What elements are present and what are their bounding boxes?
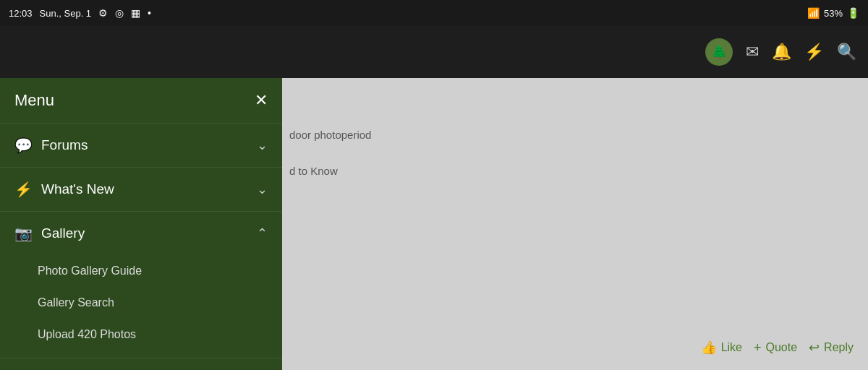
content-area: door photoperiod d to Know 👍 Like + Quot…	[282, 78, 868, 370]
content-text-2: d to Know	[289, 165, 338, 177]
quote-button[interactable]: + Quote	[754, 340, 797, 356]
reply-button[interactable]: ↩ Reply	[809, 340, 854, 356]
avatar[interactable]: 🌲	[705, 38, 733, 66]
battery-level: 53%	[824, 8, 843, 19]
whats-new-label: What's New	[41, 181, 114, 197]
date: Sun., Sep. 1	[40, 8, 92, 19]
whats-new-section-header[interactable]: ⚡ What's New ⌄	[0, 168, 282, 211]
photo-gallery-guide-item[interactable]: Photo Gallery Guide	[0, 255, 282, 287]
quote-label: Quote	[766, 341, 798, 354]
forums-chevron: ⌄	[257, 137, 268, 153]
calendar-icon: ▦	[131, 7, 140, 19]
like-button[interactable]: 👍 Like	[701, 340, 742, 356]
reply-icon: ↩	[809, 340, 820, 356]
mail-icon[interactable]: ✉	[746, 43, 759, 61]
status-bar-right: 📶 53% 🔋	[807, 7, 859, 19]
top-nav-right: 🌲 ✉ 🔔 ⚡ 🔍	[705, 38, 856, 66]
gallery-search-label: Gallery Search	[38, 296, 114, 309]
photo-gallery-guide-label: Photo Gallery Guide	[38, 264, 142, 277]
avatar-icon: 🌲	[711, 44, 727, 60]
search-icon[interactable]: 🔍	[837, 43, 856, 61]
whats-new-chevron: ⌄	[257, 181, 268, 197]
gallery-section-header[interactable]: 📷 Gallery ⌃	[0, 212, 282, 255]
upload-photos-label: Upload 420 Photos	[38, 328, 136, 340]
like-label: Like	[721, 341, 742, 354]
gallery-search-item[interactable]: Gallery Search	[0, 287, 282, 319]
sidebar: Menu ✕ 💬 Forums ⌄ ⚡ What's New ⌄	[0, 78, 282, 370]
wifi-icon: 📶	[807, 7, 820, 19]
menu-header: Menu ✕	[0, 78, 282, 124]
gallery-section: 📷 Gallery ⌃ Photo Gallery Guide Gallery …	[0, 212, 282, 358]
upload-photos-item[interactable]: Upload 420 Photos	[0, 319, 282, 350]
bolt-icon[interactable]: ⚡	[804, 43, 824, 61]
like-icon: 👍	[701, 340, 717, 356]
battery-icon: 🔋	[847, 7, 859, 19]
gallery-sub-items: Photo Gallery Guide Gallery Search Uploa…	[0, 255, 282, 358]
forums-section: 💬 Forums ⌄	[0, 124, 282, 168]
circle-icon: ◎	[115, 7, 124, 19]
time: 12:03	[9, 8, 33, 19]
gallery-icon: 📷	[14, 225, 33, 242]
settings-icon: ⚙	[98, 7, 108, 19]
reply-label: Reply	[824, 341, 854, 354]
action-bar: 👍 Like + Quote ↩ Reply	[701, 340, 854, 356]
close-icon[interactable]: ✕	[255, 91, 268, 110]
bell-icon[interactable]: 🔔	[772, 43, 791, 61]
quote-icon: +	[754, 340, 762, 356]
whats-new-section-left: ⚡ What's New	[14, 181, 114, 198]
dot-indicator: •	[148, 7, 151, 19]
forums-label: Forums	[41, 137, 88, 153]
forums-icon: 💬	[14, 137, 33, 154]
status-bar-left: 12:03 Sun., Sep. 1 ⚙ ◎ ▦ •	[9, 7, 151, 19]
forums-section-header[interactable]: 💬 Forums ⌄	[0, 124, 282, 167]
main-layout: Menu ✕ 💬 Forums ⌄ ⚡ What's New ⌄	[0, 78, 868, 370]
whats-new-section: ⚡ What's New ⌄	[0, 168, 282, 212]
gallery-chevron: ⌃	[257, 225, 268, 241]
top-nav: 🌲 ✉ 🔔 ⚡ 🔍	[0, 26, 868, 78]
menu-title: Menu	[14, 91, 54, 110]
forums-section-left: 💬 Forums	[14, 137, 88, 154]
gallery-section-left: 📷 Gallery	[14, 225, 85, 242]
whats-new-icon: ⚡	[14, 181, 33, 198]
status-bar: 12:03 Sun., Sep. 1 ⚙ ◎ ▦ • 📶 53% 🔋	[0, 0, 868, 26]
content-text-1: door photoperiod	[289, 129, 371, 141]
gallery-label: Gallery	[41, 225, 85, 241]
